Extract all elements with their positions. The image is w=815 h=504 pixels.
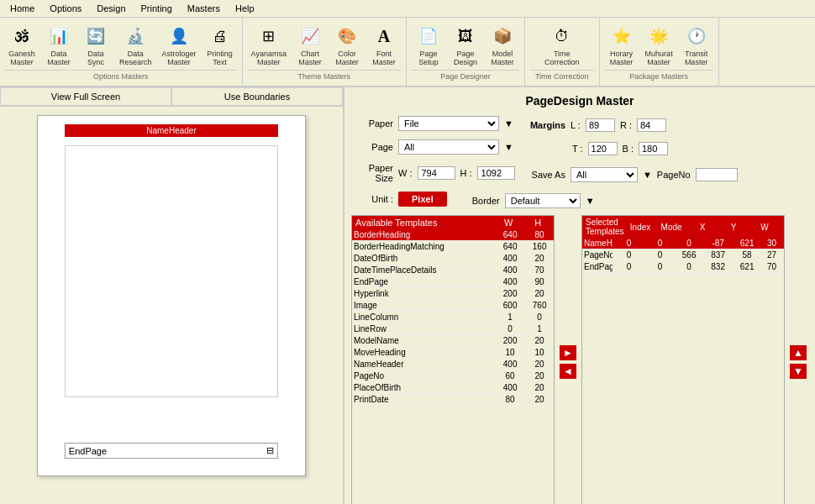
available-template-row[interactable]: PageNo6020 bbox=[352, 370, 554, 382]
transit-master-label: TransitMaster bbox=[685, 50, 708, 66]
border-select[interactable]: Default bbox=[505, 193, 581, 208]
menu-design[interactable]: Design bbox=[90, 2, 132, 15]
pixel-button[interactable]: Pixel bbox=[398, 192, 447, 207]
muhurat-master-button[interactable]: 🌟 MuhuratMaster bbox=[642, 21, 676, 68]
sel-header-name: Selected Templates bbox=[586, 218, 624, 236]
end-page-icon: ⊟ bbox=[266, 445, 274, 456]
menubar: Home Options Design Printing Masters Hel… bbox=[0, 0, 815, 18]
color-master-label: ColorMaster bbox=[335, 50, 359, 66]
move-down-button[interactable]: ▼ bbox=[790, 364, 807, 379]
view-full-screen-button[interactable]: View Full Screen bbox=[0, 87, 171, 106]
available-template-row[interactable]: PlaceOfBirth40020 bbox=[352, 382, 554, 394]
available-template-row[interactable]: LineRow01 bbox=[352, 323, 554, 335]
margin-t-input[interactable] bbox=[588, 142, 618, 155]
menu-help[interactable]: Help bbox=[229, 2, 261, 15]
remove-template-button[interactable]: ◄ bbox=[560, 364, 576, 379]
page-select[interactable]: All bbox=[398, 139, 499, 155]
page-inner bbox=[65, 145, 278, 397]
available-template-row[interactable]: DateTimePlaceDetails40070 bbox=[352, 265, 554, 276]
data-sync-button[interactable]: 🔄 DataSync bbox=[79, 21, 113, 68]
font-master-label: FontMaster bbox=[372, 50, 396, 66]
page-canvas: NameHeader EndPage ⊟ bbox=[37, 115, 306, 476]
selected-template-row[interactable]: EndPage 0 0 0 832 621 70 bbox=[582, 261, 784, 273]
model-master-button[interactable]: 📦 ModelMaster bbox=[486, 21, 519, 68]
toolbar-group-time-correction: ⏱ TimeCorrection Time Correction bbox=[525, 18, 600, 86]
available-template-row[interactable]: PrintDate8020 bbox=[352, 394, 554, 406]
page-designer-label: Page Designer bbox=[412, 70, 519, 82]
updown-buttons: ▲ ▼ bbox=[788, 215, 808, 504]
data-research-button[interactable]: 🔬 DataResearch bbox=[116, 21, 155, 68]
t-b-margins-area: T : B : bbox=[572, 142, 668, 155]
color-master-icon: 🎨 bbox=[334, 23, 360, 50]
transit-icon: 🕐 bbox=[683, 23, 710, 50]
available-template-row[interactable]: DateOfBirth40020 bbox=[352, 253, 554, 265]
available-template-row[interactable]: ModelName20020 bbox=[352, 335, 554, 347]
move-up-button[interactable]: ▲ bbox=[790, 345, 807, 360]
menu-printing[interactable]: Printing bbox=[134, 2, 179, 15]
data-sync-label: DataSync bbox=[87, 50, 104, 66]
selected-template-row[interactable]: PageNo 0 0 566 837 58 27 bbox=[582, 249, 784, 261]
astrologer-master-button[interactable]: 👤 AstrologerMaster bbox=[159, 21, 200, 68]
ayanamsa-master-button[interactable]: ⊞ AyanamsaMaster bbox=[248, 21, 290, 68]
chart-master-button[interactable]: 📈 ChartMaster bbox=[293, 21, 327, 68]
available-template-row[interactable]: NameHeader40020 bbox=[352, 359, 554, 370]
add-template-button[interactable]: ► bbox=[560, 345, 576, 360]
page-design-button[interactable]: 🖼 PageDesign bbox=[449, 21, 482, 68]
toolbar-group-options-masters: 🕉 GaneshMaster 📊 DataMaster 🔄 DataSync 🔬… bbox=[0, 18, 243, 86]
page-design-master-title: PageDesign Master bbox=[351, 94, 808, 108]
font-master-button[interactable]: A FontMaster bbox=[367, 21, 401, 68]
available-template-row[interactable]: MoveHeading1010 bbox=[352, 347, 554, 359]
time-correction-icon: ⏱ bbox=[549, 23, 576, 50]
use-boundaries-button[interactable]: Use Boundaries bbox=[171, 87, 343, 106]
selected-template-row[interactable]: NameHeader 0 0 0 -87 621 30 bbox=[582, 238, 784, 249]
horary-icon: ⭐ bbox=[608, 23, 635, 50]
transit-master-button[interactable]: 🕐 TransitMaster bbox=[680, 21, 713, 68]
sel-header-mode: Mode bbox=[657, 223, 686, 232]
available-template-row[interactable]: LineColumn10 bbox=[352, 312, 554, 323]
menu-options[interactable]: Options bbox=[43, 2, 88, 15]
options-masters-label: Options Masters bbox=[5, 70, 237, 82]
available-template-row[interactable]: BorderHeadingMatching640160 bbox=[352, 241, 554, 253]
avail-header-w: W bbox=[492, 218, 525, 228]
available-template-row[interactable]: Image600760 bbox=[352, 300, 554, 312]
margin-b-input[interactable] bbox=[639, 142, 668, 155]
horary-master-button[interactable]: ⭐ HoraryMaster bbox=[605, 21, 639, 68]
save-as-select[interactable]: All bbox=[570, 167, 638, 182]
name-header-bar: NameHeader bbox=[65, 124, 278, 137]
paper-select[interactable]: File bbox=[398, 116, 499, 131]
data-research-icon: 🔬 bbox=[122, 23, 149, 50]
chart-master-icon: 📈 bbox=[297, 23, 323, 50]
save-as-dropdown-icon: ▼ bbox=[643, 170, 652, 180]
w-label: W : bbox=[398, 168, 413, 178]
printing-text-button[interactable]: 🖨 PrintingText bbox=[203, 21, 237, 68]
menu-home[interactable]: Home bbox=[3, 2, 41, 15]
b-label: B : bbox=[623, 144, 634, 154]
toolbar-group-page-designer: 📄 PageSetup 🖼 PageDesign 📦 ModelMaster P… bbox=[407, 18, 525, 86]
paper-w-input[interactable] bbox=[418, 166, 455, 180]
available-template-row[interactable]: EndPage40090 bbox=[352, 276, 554, 288]
page-setup-button[interactable]: 📄 PageSetup bbox=[412, 21, 445, 68]
sel-header-w: W bbox=[750, 223, 780, 232]
time-correction-button[interactable]: ⏱ TimeCorrection bbox=[541, 21, 583, 68]
page-dropdown-icon: ▼ bbox=[504, 142, 513, 152]
selected-templates-list: NameHeader 0 0 0 -87 621 30 PageNo 0 0 5… bbox=[582, 238, 784, 273]
available-template-row[interactable]: BorderHeading64080 bbox=[352, 229, 554, 241]
astrologer-icon: 👤 bbox=[166, 23, 192, 50]
ganesh-master-button[interactable]: 🕉 GaneshMaster bbox=[5, 21, 39, 68]
margin-r-input[interactable] bbox=[637, 118, 666, 132]
left-panel: View Full Screen Use Boundaries NameHead… bbox=[0, 87, 344, 504]
margin-l-input[interactable] bbox=[586, 118, 615, 132]
available-template-row[interactable]: Hyperlink20020 bbox=[352, 288, 554, 300]
paper-h-input[interactable] bbox=[477, 166, 515, 180]
data-master-button[interactable]: 📊 DataMaster bbox=[42, 21, 76, 68]
paper-size-label: Paper Size bbox=[351, 163, 393, 183]
available-templates-header: Available Templates W H bbox=[352, 216, 554, 229]
avail-header-name: Available Templates bbox=[355, 218, 492, 228]
pageno-input[interactable] bbox=[696, 168, 738, 181]
font-master-icon: A bbox=[371, 23, 397, 50]
ayanamsa-icon: ⊞ bbox=[255, 23, 282, 50]
selected-templates-panel: Selected Templates Index Mode X Y W H Na… bbox=[581, 215, 785, 504]
menu-masters[interactable]: Masters bbox=[181, 2, 227, 15]
right-panel: PageDesign Master Paper File ▼ Margins L… bbox=[344, 87, 815, 504]
color-master-button[interactable]: 🎨 ColorMaster bbox=[330, 21, 364, 68]
